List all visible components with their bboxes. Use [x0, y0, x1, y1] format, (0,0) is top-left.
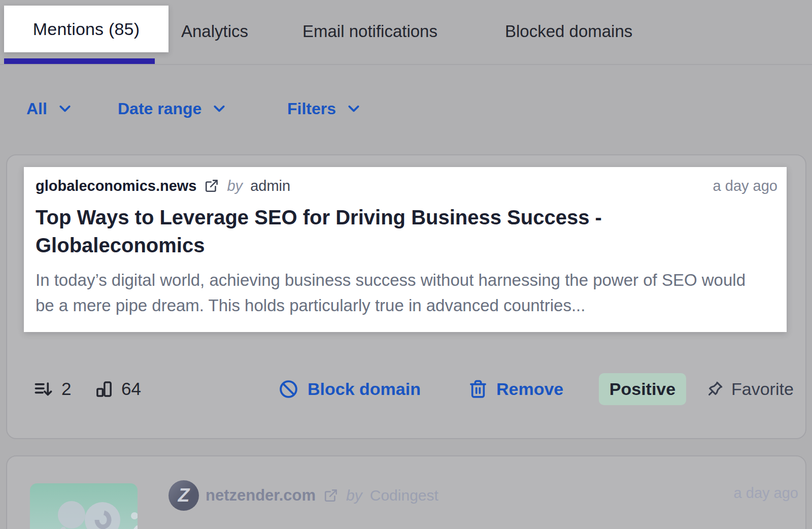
site-avatar: Z	[168, 480, 199, 511]
favorite-label: Favorite	[731, 379, 794, 399]
chevron-down-icon	[57, 101, 73, 116]
mention-header: globaleconomics.news by admin	[36, 175, 290, 196]
tab-analytics[interactable]: Analytics	[181, 21, 248, 42]
tab-mentions-label: Mentions (85)	[33, 19, 140, 39]
chevron-down-icon	[346, 101, 361, 116]
block-icon	[278, 379, 299, 400]
mention-card: Z netzender.com by Codingest a day ago	[6, 455, 806, 529]
remove-label: Remove	[496, 379, 563, 399]
favorite-button[interactable]: Favorite	[705, 373, 794, 405]
sort-descending-icon	[32, 378, 55, 400]
mention-header: netzender.com by Codingest	[206, 485, 438, 506]
tab-blocked-domains[interactable]: Blocked domains	[505, 21, 632, 42]
filter-all-label: All	[26, 100, 47, 118]
authority-score-stat: 64	[93, 373, 141, 405]
bar-chart-icon	[93, 378, 115, 400]
site-thumbnail	[30, 483, 138, 529]
filter-date-range-label: Date range	[118, 100, 201, 118]
byline: by	[227, 178, 243, 194]
mentions-count-stat: 2	[32, 373, 71, 405]
time-ago: a day ago	[713, 178, 777, 194]
tab-mentions[interactable]: Mentions (85)	[4, 6, 168, 52]
site-avatar-letter: Z	[178, 485, 190, 506]
mention-excerpt: In today’s digital world, achieving busi…	[36, 268, 765, 318]
block-domain-button[interactable]: Block domain	[278, 373, 421, 405]
filter-filters-label: Filters	[287, 100, 336, 118]
byline: by	[346, 487, 362, 504]
time-ago: a day ago	[734, 485, 798, 502]
domain-link[interactable]: netzender.com	[206, 486, 316, 505]
mention-highlight-box: globaleconomics.news by admin a day ago …	[24, 167, 787, 332]
authority-score-value: 64	[121, 379, 141, 399]
mentions-count-value: 2	[61, 379, 71, 399]
external-link-icon[interactable]	[204, 178, 219, 193]
filter-date-range-dropdown[interactable]: Date range	[118, 97, 227, 120]
author: Codingest	[370, 487, 438, 504]
mention-card: globaleconomics.news by admin a day ago …	[6, 154, 806, 439]
tab-email-notifications[interactable]: Email notifications	[302, 21, 437, 42]
pin-icon	[705, 379, 725, 399]
sentiment-label: Positive	[610, 379, 675, 399]
tabbar-divider	[0, 64, 812, 65]
active-tab-underline	[4, 58, 155, 64]
author: admin	[250, 178, 290, 194]
filter-all-dropdown[interactable]: All	[26, 97, 73, 120]
chevron-down-icon	[212, 101, 227, 116]
mention-title[interactable]: Top Ways to Leverage SEO for Driving Bus…	[36, 204, 690, 259]
external-link-icon[interactable]	[323, 488, 339, 503]
sentiment-badge[interactable]: Positive	[599, 373, 686, 405]
domain-link[interactable]: globaleconomics.news	[36, 178, 196, 194]
trash-icon	[468, 379, 488, 399]
block-domain-label: Block domain	[308, 379, 421, 399]
remove-button[interactable]: Remove	[468, 373, 563, 405]
filter-filters-dropdown[interactable]: Filters	[287, 97, 361, 120]
